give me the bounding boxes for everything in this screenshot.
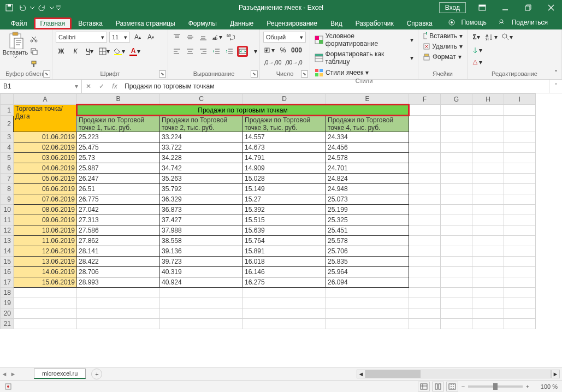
cell[interactable]: 01.06.2019 (14, 132, 77, 142)
tab-pagelayout[interactable]: Разметка страницы (109, 17, 182, 29)
italic-icon[interactable]: К (70, 46, 81, 57)
sheet-nav-prev-icon[interactable]: ◄ (0, 371, 9, 377)
cell[interactable]: 25.706 (326, 246, 409, 257)
cell[interactable]: Продажи по Торговой точке 3, тыс. руб. (243, 116, 326, 132)
undo-dropdown-icon[interactable] (29, 2, 35, 14)
number-dialog-icon[interactable]: ⬊ (301, 70, 308, 78)
tab-help[interactable]: Справка (400, 17, 439, 29)
restore-icon[interactable] (517, 0, 539, 15)
decrease-decimal-icon[interactable]: ,00→,0 (284, 57, 303, 68)
cell[interactable]: 25.199 (326, 205, 409, 215)
tab-insert[interactable]: Вставка (72, 17, 109, 29)
col-header[interactable]: E (326, 94, 409, 105)
cell[interactable]: 16.146 (243, 267, 326, 277)
percent-icon[interactable]: % (277, 45, 288, 56)
cell[interactable]: 27.586 (77, 225, 160, 236)
cell[interactable]: 15.27 (243, 194, 326, 205)
cell[interactable]: 27.042 (77, 205, 160, 215)
cell[interactable]: 15.06.2019 (14, 277, 77, 288)
hscroll-right-icon[interactable]: ► (551, 370, 560, 378)
cell[interactable]: 38.558 (160, 236, 243, 246)
cell[interactable]: 02.06.2019 (14, 142, 77, 153)
cell[interactable]: 15.149 (243, 184, 326, 194)
cell[interactable]: 03.06.2019 (14, 153, 77, 163)
clipboard-dialog-icon[interactable]: ⬊ (43, 70, 50, 78)
row-header[interactable]: 16 (1, 267, 14, 277)
row-header[interactable]: 12 (1, 225, 14, 236)
normal-view-icon[interactable] (418, 382, 430, 391)
align-right-icon[interactable] (198, 46, 209, 57)
cell[interactable]: 25.987 (77, 163, 160, 174)
sheet-nav-next-icon[interactable]: ► (9, 371, 17, 377)
cell[interactable]: 24.701 (326, 163, 409, 174)
cell[interactable]: 26.51 (77, 184, 160, 194)
cell[interactable]: Торговая точка/ Дата (14, 105, 77, 132)
cell[interactable]: 25.223 (77, 132, 160, 142)
cell[interactable]: 07.06.2019 (14, 194, 77, 205)
wrap-text-icon[interactable]: ab (225, 32, 236, 43)
col-header[interactable]: F (409, 94, 441, 105)
merged-title-cell[interactable]: Продажи по торговым точкам (77, 105, 409, 116)
cell[interactable]: 36.329 (160, 194, 243, 205)
zoom-out-icon[interactable]: − (460, 383, 466, 390)
cell[interactable]: 15.891 (243, 246, 326, 257)
cell[interactable]: 25.835 (326, 257, 409, 267)
cell[interactable]: 10.06.2019 (14, 225, 77, 236)
cell[interactable]: 37.427 (160, 215, 243, 225)
zoom-level[interactable]: 100 % (533, 383, 558, 390)
cell[interactable]: 28.706 (77, 267, 160, 277)
find-select-icon[interactable]: ▾ (501, 32, 513, 43)
cell[interactable]: 25.964 (326, 267, 409, 277)
align-top-icon[interactable] (171, 32, 182, 43)
cell[interactable]: 25.073 (326, 194, 409, 205)
col-header[interactable]: B (77, 94, 160, 105)
increase-font-icon[interactable]: A▴ (132, 32, 143, 43)
cell[interactable]: 24.334 (326, 132, 409, 142)
fill-color-icon[interactable]: ▾ (114, 46, 126, 57)
align-middle-icon[interactable] (185, 32, 196, 43)
redo-icon[interactable] (36, 2, 48, 14)
cell-styles-button[interactable]: Стили ячеек▾ (313, 68, 415, 78)
minimize-icon[interactable] (494, 0, 516, 15)
row-header[interactable]: 8 (1, 184, 14, 194)
fx-icon[interactable]: fx (108, 80, 121, 93)
cell[interactable]: 39.723 (160, 257, 243, 267)
cell[interactable]: 14.791 (243, 153, 326, 163)
expand-formula-icon[interactable]: ˅ (549, 80, 562, 93)
tab-formulas[interactable]: Формулы (182, 17, 223, 29)
row-header[interactable]: 1 (1, 105, 14, 116)
row-header[interactable]: 3 (1, 132, 14, 142)
col-header[interactable]: A (14, 94, 77, 105)
cell[interactable]: 35.792 (160, 184, 243, 194)
zoom-slider[interactable] (468, 385, 523, 388)
name-box[interactable]: B1▾ (0, 80, 82, 93)
sort-filter-icon[interactable]: АЯ▾ (485, 32, 498, 43)
cell[interactable]: 34.742 (160, 163, 243, 174)
cell[interactable]: Продажи по Торговой точке 2, тыс. руб. (160, 116, 243, 132)
cell[interactable]: 13.06.2019 (14, 257, 77, 267)
increase-decimal-icon[interactable]: ,0→,00 (263, 57, 282, 68)
row-header[interactable]: 9 (1, 194, 14, 205)
decrease-font-icon[interactable]: A▾ (145, 32, 156, 43)
share-button[interactable]: Поделиться (495, 15, 554, 29)
row-header[interactable]: 11 (1, 215, 14, 225)
align-center-icon[interactable] (185, 46, 196, 57)
cell[interactable]: 06.06.2019 (14, 184, 77, 194)
sheet-tab[interactable]: microexcel.ru (34, 369, 86, 379)
merge-dropdown-icon[interactable]: ▾ (250, 46, 261, 57)
tab-review[interactable]: Рецензирование (260, 17, 324, 29)
comma-icon[interactable]: 000 (291, 45, 303, 56)
accounting-format-icon[interactable]: ₽▾ (263, 45, 275, 56)
cell[interactable]: 35.263 (160, 174, 243, 184)
cell[interactable]: 27.862 (77, 236, 160, 246)
cell[interactable]: Продажи по Торговой точке 1, тыс. руб. (77, 116, 160, 132)
insert-cells-button[interactable]: Вставить▾ (422, 32, 464, 40)
col-header[interactable]: C (160, 94, 243, 105)
tellme-button[interactable]: Помощь (445, 15, 493, 29)
orientation-icon[interactable]: ab▾ (211, 32, 223, 43)
font-size-input[interactable]: 11▾ (109, 32, 130, 43)
col-header[interactable]: D (243, 94, 326, 105)
cell[interactable]: 28.422 (77, 257, 160, 267)
cell[interactable]: 08.06.2019 (14, 205, 77, 215)
ribbon-options-icon[interactable] (471, 0, 493, 15)
